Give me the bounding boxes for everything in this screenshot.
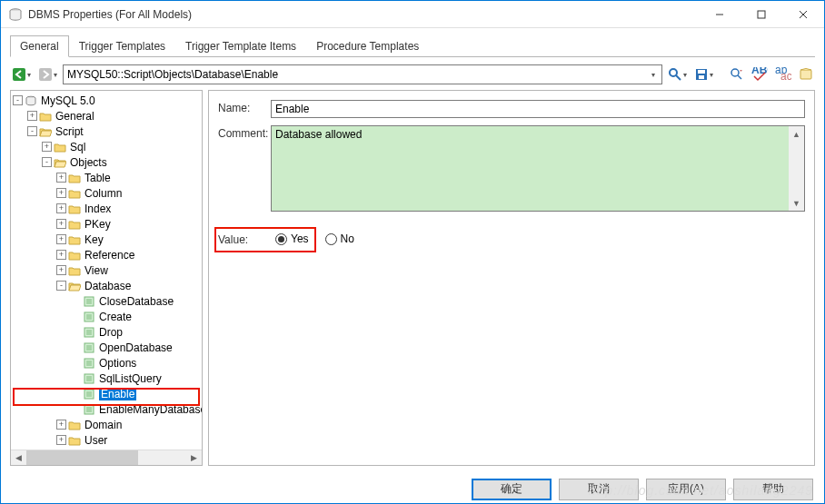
svg-text:ac: ac <box>780 70 791 82</box>
close-button[interactable] <box>782 1 824 28</box>
folder-icon <box>68 435 81 446</box>
expand-icon[interactable]: + <box>42 142 52 152</box>
expand-icon[interactable]: + <box>56 435 66 445</box>
tree-item-label: Enable <box>99 388 136 400</box>
tree-item[interactable]: -Script <box>11 124 202 139</box>
tree-item-label: Options <box>99 357 136 370</box>
nav-forward-button[interactable]: ▾ <box>36 65 59 84</box>
tree-item[interactable]: +Table <box>11 170 202 185</box>
tab-bar: General Trigger Templates Trigger Templa… <box>10 35 815 57</box>
cancel-button[interactable]: 取消 <box>559 479 639 500</box>
maximize-button[interactable] <box>741 1 782 28</box>
tab-trigger-templates[interactable]: Trigger Templates <box>69 35 175 57</box>
tree-item-label: Database <box>84 280 131 292</box>
scroll-up-icon[interactable]: ▲ <box>789 126 804 142</box>
folder-icon <box>68 219 81 230</box>
collapse-icon[interactable]: - <box>42 157 52 167</box>
expand-icon[interactable]: + <box>27 111 37 121</box>
tree-item[interactable]: -Objects <box>11 154 202 170</box>
tree-item[interactable]: +View <box>11 262 202 278</box>
scroll-right-icon[interactable]: ▶ <box>186 450 202 466</box>
radio-yes[interactable]: Yes <box>275 232 309 245</box>
tree-item[interactable]: Drop <box>11 324 202 340</box>
address-dropdown-icon[interactable]: ▾ <box>649 71 658 79</box>
tab-trigger-template-items[interactable]: Trigger Template Items <box>175 35 306 57</box>
svg-rect-5 <box>13 68 25 81</box>
tree-spacer <box>71 296 81 306</box>
tab-general[interactable]: General <box>10 35 69 57</box>
expand-icon[interactable]: + <box>56 234 66 244</box>
expand-icon[interactable]: + <box>56 250 66 260</box>
tree-item[interactable]: +Index <box>11 201 202 216</box>
tree-item[interactable]: +User <box>11 432 202 448</box>
expand-icon[interactable]: + <box>56 420 66 430</box>
tree-item[interactable]: Options <box>11 355 202 371</box>
save-button[interactable]: ▾ <box>692 65 715 84</box>
replace-button[interactable]: abac <box>773 65 793 84</box>
tree-item[interactable]: EnableManyDatabases <box>11 401 202 417</box>
scroll-left-icon[interactable]: ◀ <box>11 450 26 466</box>
expand-icon[interactable]: + <box>56 203 66 213</box>
radio-yes-circle <box>275 233 287 245</box>
tree-item[interactable]: -Database <box>11 278 202 293</box>
name-input[interactable] <box>271 100 805 118</box>
svg-rect-2 <box>758 11 765 18</box>
spellcheck-button[interactable]: ABC <box>750 65 770 84</box>
help-button[interactable]: 帮助 <box>733 479 813 500</box>
folder-open-icon <box>54 157 66 168</box>
tree-item[interactable]: CloseDatabase <box>11 293 202 309</box>
expand-icon[interactable]: + <box>56 173 66 183</box>
tree-item[interactable]: +Column <box>11 185 202 201</box>
folder-icon <box>68 188 81 199</box>
collapse-icon[interactable]: - <box>13 95 23 105</box>
tree-spacer <box>71 342 81 352</box>
svg-point-7 <box>670 69 677 76</box>
value-label: Value: <box>218 232 265 246</box>
folder-open-icon <box>68 281 81 292</box>
tree-item-label: Index <box>84 203 111 215</box>
nav-back-button[interactable]: ▾ <box>10 65 33 84</box>
apply-button[interactable]: 应用(A) <box>646 479 726 500</box>
minimize-button[interactable] <box>699 1 741 28</box>
tree-item[interactable]: +Key <box>11 232 202 247</box>
tree-item[interactable]: +Reference <box>11 247 202 262</box>
comment-scrollbar[interactable]: ▲ ▼ <box>789 126 804 211</box>
tree-scrollbar-h[interactable]: ◀ ▶ <box>11 450 202 465</box>
expand-icon[interactable]: + <box>56 265 66 275</box>
tree-item[interactable]: +Sql <box>11 139 202 154</box>
collapse-icon[interactable]: - <box>56 281 66 291</box>
tree-item[interactable]: +PKey <box>11 216 202 232</box>
tree-item[interactable]: +Domain <box>11 417 202 432</box>
tab-procedure-templates[interactable]: Procedure Templates <box>306 35 429 57</box>
svg-line-8 <box>676 75 681 80</box>
folder-icon <box>68 203 81 214</box>
comment-textarea[interactable]: Database allowed <box>271 125 805 212</box>
tree-item-label: Table <box>84 172 111 184</box>
item-icon <box>83 311 95 322</box>
tree-item-label: Reference <box>84 249 134 262</box>
tree-item[interactable]: Enable <box>11 386 202 401</box>
tree-item[interactable]: Create <box>11 309 202 324</box>
find-replace-button[interactable] <box>728 65 746 84</box>
tree-item[interactable]: +General <box>11 108 202 124</box>
ok-button[interactable]: 确定 <box>472 479 552 500</box>
radio-no[interactable]: No <box>325 232 354 245</box>
toolbar: ▾ ▾ MYSQL50::Script\Objects\Database\Ena… <box>10 64 815 84</box>
expand-icon[interactable]: + <box>56 219 66 229</box>
tree-item[interactable]: SqlListQuery <box>11 371 202 386</box>
tree[interactable]: -MySQL 5.0+General-Script+Sql-Objects+Ta… <box>11 91 202 450</box>
address-bar[interactable]: MYSQL50::Script\Objects\Database\Enable … <box>63 64 662 84</box>
expand-icon[interactable]: + <box>56 188 66 198</box>
tree-item[interactable]: OpenDatabase <box>11 340 202 355</box>
tree-item[interactable]: -MySQL 5.0 <box>11 93 202 108</box>
tree-item-label: MySQL 5.0 <box>41 94 95 107</box>
scrollbar-thumb[interactable] <box>26 450 138 466</box>
item-icon <box>83 389 95 400</box>
form-panel: Name: Comment: Database allowed ▲ ▼ <box>208 90 815 466</box>
script-button[interactable] <box>797 65 815 84</box>
scroll-down-icon[interactable]: ▼ <box>789 195 804 211</box>
find-button[interactable]: ▾ <box>666 65 689 84</box>
db-icon <box>25 95 37 106</box>
svg-point-12 <box>731 69 739 76</box>
collapse-icon[interactable]: - <box>27 126 37 136</box>
